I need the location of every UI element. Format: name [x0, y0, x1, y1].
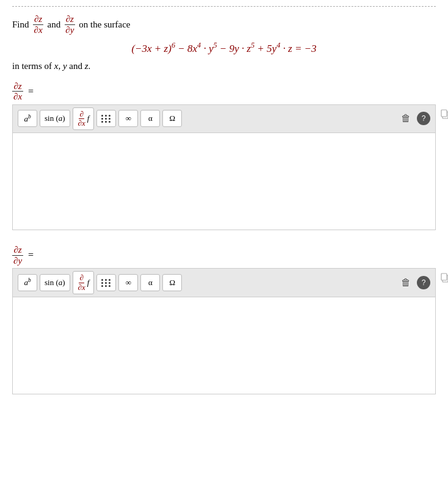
infinity-button-2[interactable]: ∞: [118, 274, 138, 291]
delete-icon-2: 🗑: [401, 277, 411, 288]
delete-icon-1: 🗑: [401, 113, 411, 123]
answer-dzdx-equals: =: [28, 86, 34, 97]
toolbar-dzdx: ab sin (a) ∂ ∂x f: [12, 104, 436, 133]
dzdy-fraction: ∂z ∂y: [64, 14, 75, 35]
partial-frac-1: ∂ ∂x: [78, 110, 86, 128]
dzdy-numerator: ∂z: [65, 14, 75, 25]
ab-label-2: ab: [24, 277, 31, 288]
dots-button-2[interactable]: [96, 274, 116, 291]
dots-button-1[interactable]: [96, 110, 116, 127]
input-area-dzdy[interactable]: [12, 297, 436, 394]
on-surface-label: on the surface: [79, 20, 130, 30]
answer-dzdy-fraction: ∂z ∂y: [12, 245, 23, 266]
partial-button-2[interactable]: ∂ ∂x f: [73, 271, 95, 294]
dzdx-numerator: ∂z: [33, 14, 43, 25]
top-border: [12, 6, 436, 7]
partial-f-2: f: [87, 278, 90, 288]
sin-button-2[interactable]: sin (a): [40, 274, 70, 291]
dots-grid-2: [101, 279, 111, 287]
omega-button-2[interactable]: Ω: [162, 274, 182, 291]
copy-icon-2[interactable]: [441, 273, 448, 285]
label-row-dzdx: ∂z ∂x =: [12, 81, 436, 102]
outer-answer-dzdy: ab sin (a) ∂ ∂x f: [12, 268, 436, 394]
dzdx-fraction: ∂z ∂x: [33, 14, 44, 35]
dzdx-denominator: ∂x: [33, 25, 44, 35]
toolbar-dzdy: ab sin (a) ∂ ∂x f: [12, 268, 436, 297]
svg-rect-1: [441, 110, 447, 117]
alpha-button-1[interactable]: α: [140, 110, 160, 127]
in-terms-text: in terms of x, y and z.: [12, 61, 436, 71]
ab-button-1[interactable]: ab: [18, 110, 37, 127]
help-label-1: ?: [422, 114, 426, 123]
dzdy-denominator: ∂y: [64, 25, 75, 35]
ab-button-2[interactable]: ab: [18, 274, 37, 291]
partial-frac-2: ∂ ∂x: [78, 273, 86, 292]
answer-dzdx-den: ∂x: [12, 92, 23, 102]
omega-button-1[interactable]: Ω: [162, 110, 182, 127]
equation-display: (−3x + z)6 − 8x4 · y5 − 9y · z5 + 5y4 · …: [12, 41, 436, 55]
alpha-label-2: α: [148, 278, 153, 288]
omega-label-1: Ω: [170, 114, 176, 123]
help-button-2[interactable]: ?: [417, 276, 430, 289]
omega-label-2: Ω: [170, 278, 176, 288]
outer-answer-dzdx: ab sin (a) ∂ ∂x f: [12, 104, 436, 231]
copy-icon-1[interactable]: [441, 109, 448, 121]
infinity-label-1: ∞: [126, 114, 131, 123]
delete-button-1[interactable]: 🗑: [397, 111, 414, 126]
ab-label-1: ab: [24, 114, 31, 124]
sin-label-1: sin (a): [45, 114, 65, 123]
answer-dzdy-den: ∂y: [12, 256, 23, 266]
answer-dzdy-num: ∂z: [12, 245, 23, 256]
alpha-label-1: α: [148, 114, 153, 123]
label-row-dzdy: ∂z ∂y =: [12, 245, 436, 266]
infinity-label-2: ∞: [126, 278, 131, 288]
sin-button-1[interactable]: sin (a): [40, 110, 70, 127]
equation-text: (−3x + z)6 − 8x4 · y5 − 9y · z5 + 5y4 · …: [131, 43, 316, 54]
answer-dzdy-equals: =: [28, 250, 34, 261]
answer-dzdx-num: ∂z: [12, 81, 23, 92]
partial-f-1: f: [87, 114, 90, 123]
answer-dzdx-fraction: ∂z ∂x: [12, 81, 23, 102]
sin-label-2: sin (a): [45, 278, 65, 288]
partial-button-1[interactable]: ∂ ∂x f: [73, 107, 95, 131]
infinity-button-1[interactable]: ∞: [118, 110, 138, 127]
delete-button-2[interactable]: 🗑: [397, 275, 414, 290]
answer-block-dzdx: ∂z ∂x = ab sin (a) ∂ ∂x f: [12, 81, 436, 231]
input-area-dzdx[interactable]: [12, 132, 436, 230]
alpha-button-2[interactable]: α: [140, 274, 160, 291]
dots-grid-1: [101, 115, 111, 123]
find-label: Find: [12, 20, 29, 30]
help-button-1[interactable]: ?: [417, 112, 430, 125]
find-row: Find ∂z ∂x and ∂z ∂y on the surface: [12, 14, 436, 35]
help-label-2: ?: [422, 278, 426, 287]
and-label: and: [48, 20, 61, 30]
answer-block-dzdy: ∂z ∂y = ab sin (a) ∂ ∂x f: [12, 245, 436, 394]
svg-rect-3: [441, 273, 447, 280]
